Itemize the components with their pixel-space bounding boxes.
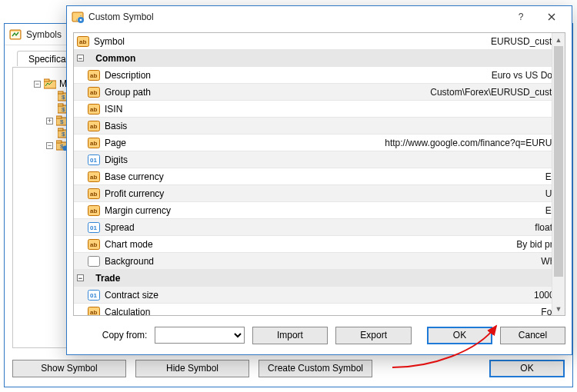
svg-rect-3	[44, 79, 49, 81]
svg-point-24	[80, 19, 82, 22]
property-value[interactable]: USD	[270, 185, 565, 202]
number-icon: 01	[88, 222, 100, 233]
property-key: Description	[105, 70, 151, 81]
symbols-window-icon	[9, 28, 22, 41]
property-row[interactable]: abISIN	[74, 101, 565, 118]
property-value[interactable]: floating	[270, 219, 565, 236]
text-icon: ab	[88, 121, 100, 131]
tree-expander-icon[interactable]: +	[46, 118, 53, 125]
property-value[interactable]: By bid price	[270, 236, 565, 253]
text-icon: ab	[88, 307, 100, 316]
property-key: Basis	[105, 121, 127, 131]
text-icon: ab	[88, 205, 100, 216]
svg-rect-49	[88, 256, 100, 266]
tree-expander-icon[interactable]: −	[34, 81, 41, 88]
property-value[interactable]: White	[270, 253, 565, 270]
tree-expander-icon[interactable]: −	[46, 142, 53, 149]
property-row[interactable]: abCalculationForex	[74, 304, 565, 316]
property-value[interactable]: 5	[270, 151, 565, 168]
symbols-ok-button[interactable]: OK	[489, 360, 565, 377]
custom-symbol-ok-button[interactable]: OK	[427, 327, 492, 344]
property-value[interactable]: Forex	[270, 304, 565, 316]
text-icon: ab	[88, 70, 100, 81]
property-row[interactable]: abGroup pathCustom\Forex\EURUSD_custom	[74, 84, 565, 101]
svg-text:ab: ab	[90, 174, 97, 181]
copy-from-select[interactable]	[155, 327, 244, 344]
svg-text:ab: ab	[90, 208, 97, 214]
property-row[interactable]: abProfit currencyUSD	[74, 185, 565, 202]
svg-text:ab: ab	[90, 89, 97, 96]
property-row[interactable]: abMargin currencyEUR	[74, 202, 565, 219]
svg-text:$: $	[62, 94, 65, 101]
custom-symbol-window-icon	[72, 11, 84, 23]
scroll-thumb[interactable]	[554, 46, 563, 277]
text-icon: ab	[88, 171, 100, 182]
property-value[interactable]: EUR	[270, 168, 565, 185]
property-key: Group path	[105, 87, 151, 98]
property-value[interactable]: EURUSD_custom	[270, 33, 565, 50]
svg-text:ab: ab	[90, 123, 97, 130]
property-row[interactable]: abSymbolEURUSD_custom	[74, 33, 565, 50]
property-key: Base currency	[105, 171, 164, 182]
export-button[interactable]: Export	[335, 327, 412, 344]
svg-text:ab: ab	[90, 140, 97, 147]
property-value[interactable]	[270, 101, 565, 118]
property-key: Spread	[105, 222, 135, 233]
property-value[interactable]: Euro vs US Dollar	[270, 67, 565, 84]
symbols-title: Symbols	[26, 29, 62, 40]
text-icon: ab	[88, 138, 100, 148]
property-row[interactable]: 01Digits5	[74, 151, 565, 168]
custom-symbol-title: Custom Symbol	[88, 12, 154, 22]
property-row[interactable]: 01Contract size100000	[74, 287, 565, 304]
svg-text:01: 01	[90, 224, 97, 231]
property-row[interactable]: abBasis	[74, 118, 565, 135]
property-value[interactable]: 100000	[270, 287, 565, 304]
group-collapse-icon[interactable]: −	[77, 274, 84, 281]
property-key: ISIN	[105, 104, 122, 115]
scroll-down-icon[interactable]: ▼	[552, 302, 565, 315]
property-row[interactable]: 01Spreadfloating	[74, 219, 565, 236]
property-group-label: Trade	[95, 273, 120, 284]
svg-text:01: 01	[90, 157, 97, 164]
dialog-help-button[interactable]: ?	[505, 6, 536, 28]
property-row[interactable]: abPagehttp://www.google.com/finance?q=EU…	[74, 135, 565, 151]
svg-text:ab: ab	[90, 72, 97, 79]
custom-symbol-bottom-bar: Copy from: Import Export OK Cancel	[73, 325, 565, 345]
property-key: Background	[105, 256, 154, 267]
group-collapse-icon[interactable]: −	[77, 55, 84, 61]
symbols-bottom-bar: Show Symbol Hide Symbol Create Custom Sy…	[12, 357, 565, 379]
import-button[interactable]: Import	[252, 327, 329, 344]
property-value[interactable]: Custom\Forex\EURUSD_custom	[270, 84, 565, 101]
svg-text:$: $	[60, 143, 64, 150]
text-icon: ab	[88, 188, 100, 199]
property-value[interactable]	[270, 118, 565, 135]
property-group-row[interactable]: − Trade	[74, 270, 565, 287]
svg-text:ab: ab	[79, 38, 86, 45]
property-value[interactable]: EUR	[270, 202, 565, 219]
scroll-up-icon[interactable]: ▲	[552, 33, 565, 46]
property-row[interactable]: abDescriptionEuro vs US Dollar	[74, 67, 565, 84]
hide-symbol-button[interactable]: Hide Symbol	[135, 360, 249, 377]
show-symbol-button[interactable]: Show Symbol	[12, 360, 126, 377]
property-row[interactable]: BackgroundWhite	[74, 253, 565, 270]
number-icon: 01	[88, 154, 100, 165]
text-icon: ab	[77, 36, 89, 47]
svg-text:01: 01	[90, 292, 97, 299]
property-key: Calculation	[105, 307, 150, 316]
svg-text:ab: ab	[90, 241, 97, 248]
property-group-row[interactable]: − Common	[74, 50, 565, 67]
create-custom-symbol-button[interactable]: Create Custom Symbol	[258, 360, 372, 377]
property-row[interactable]: abChart modeBy bid price	[74, 236, 565, 253]
svg-text:$: $	[60, 118, 64, 125]
scrollbar[interactable]: ▲ ▼	[552, 33, 565, 315]
svg-text:ab: ab	[90, 106, 97, 113]
custom-symbol-cancel-button[interactable]: Cancel	[500, 327, 565, 344]
property-row[interactable]: abBase currencyEUR	[74, 168, 565, 185]
property-key: Symbol	[94, 36, 125, 47]
dialog-close-button[interactable]	[536, 6, 567, 28]
property-value[interactable]: http://www.google.com/finance?q=EURUSD	[270, 135, 565, 151]
svg-text:$: $	[62, 106, 65, 113]
property-grid: abSymbolEURUSD_custom− CommonabDescripti…	[73, 32, 565, 316]
property-key: Contract size	[105, 290, 158, 301]
property-key: Digits	[105, 154, 128, 165]
